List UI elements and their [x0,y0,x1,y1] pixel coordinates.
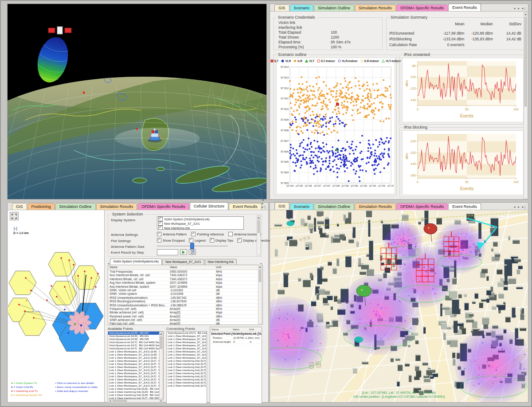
settings-scrollbar[interactable]: ▲ [257,215,261,255]
result-table-row[interactable]: iRSS Unwanted(summation) + iRSS Bloc...-… [108,304,262,307]
tab-simulation-outline[interactable]: Simulation Outline [314,4,354,11]
tab-event-results[interactable]: Event Results [448,4,481,11]
panel-scrollbar[interactable]: ▲ [524,12,528,199]
globe-3d-view[interactable] [7,4,267,200]
available-points-scrollbar[interactable]: ▲ [159,332,163,399]
checkbox[interactable] [158,226,163,230]
checkbox[interactable] [191,232,196,236]
available-point-item[interactable]: VictimSystemLink [VLR] : MS 035 [108,338,163,341]
connecting-point-item[interactable]: VictimSystemLink [VLT] : BS Cell #000 Se… [167,332,207,335]
result-table-row[interactable]: Interfered Bitrate, ref. cell7340,436372… [108,278,262,281]
connecting-point-item[interactable]: Link 1 (New Workspace_S7_JLK1) [ILT] : M… [167,350,207,353]
play-button[interactable] [180,249,187,255]
result-table[interactable]: NameValueUnitTrial Frequencies3450,00000… [108,265,263,325]
tab-cellular-structure[interactable]: Cellular Structure [190,202,229,210]
available-points-hscroll[interactable]: ◂▸ [108,399,164,403]
connecting-point-item[interactable]: Link 1 (New Workspace_S7_JLK1) [ILT] : M… [167,335,207,338]
city-3d-scene[interactable]: 공원논현로[Lon : 127.037481, Lat : 37.499724,… [270,210,528,402]
connecting-point-item[interactable]: Link 2 (New Interfering link) [ILT] : MS… [167,360,207,363]
result-tab-scroll-left[interactable]: ◂ [107,262,110,265]
available-point-item[interactable]: Link 1 (New Workspace_S7_JLK1) [ILT] : M… [108,384,163,387]
tab-simulation-results[interactable]: Simulation Results [355,4,396,11]
option-display-connections[interactable]: Display connections [237,238,273,243]
tab-event-results[interactable]: Event Results [448,203,481,210]
connecting-point-item[interactable]: Link 2 (New Interfering link) [ILT] : MS… [167,363,207,366]
result-table-row[interactable]: Bitrate achieved (ref. cell)Array[3]kbps [108,311,262,314]
available-point-item[interactable]: VictimSystemLink [VLT] : BS Cell #000 Se… [108,347,163,350]
tab-scenario[interactable]: Scenario [290,4,314,11]
available-point-item[interactable]: Link 2 (New Interfering link) [ILR] : BS… [108,394,163,397]
red-balloon-marker[interactable] [424,223,437,234]
display-system-item[interactable]: New Interfering link [157,226,243,230]
display-system-item[interactable]: New Workspace_S7_JLK1 [157,221,243,226]
connecting-point-item[interactable]: Link 1 (New Workspace_S7_JLK1) [ILT] : M… [167,341,207,344]
option-pointing-reference[interactable]: Pointing reference [191,232,224,236]
available-points-list[interactable]: VictimSystemLink [VLR] : MS 007VictimSys… [108,331,164,399]
available-point-item[interactable]: Link 1 (New Workspace_S7_JLK1) [ILT] : M… [108,369,163,372]
cell-plot-canvas[interactable]: D = 1.0 km ● = Victim System Tx● = Victi… [8,210,105,402]
checkbox[interactable] [157,238,161,243]
green-balloon-marker[interactable] [356,285,372,297]
connecting-point-item[interactable]: Link 1 (New Workspace_S7_JLK1) [ILT] : M… [167,344,207,347]
ground-point-marker[interactable] [136,128,138,130]
option-legend[interactable]: Legend [189,238,206,243]
available-point-item[interactable]: Link 1 (New Workspace_S7_JLK1) [ILR] : B… [108,350,163,353]
checkbox[interactable] [237,238,242,243]
checkbox[interactable] [189,238,193,243]
tab-simulation-results[interactable]: Simulation Results [355,203,396,210]
available-point-item[interactable]: Link 1 (New Workspace_S7_JLK1) [ILT] : M… [108,360,163,363]
slider-thumb[interactable] [190,243,194,249]
irss-unwanted-chart[interactable]: -80-100-120-140050100dBmEvents [402,58,524,122]
tab-scroll-arrows[interactable]: ◂ ▸ ▸| [514,7,528,10]
fit-view-button[interactable] [10,212,19,220]
available-point-item[interactable]: Link 1 (New Workspace_S7_JLK1) [ILT] : M… [108,375,163,378]
connecting-point-item[interactable]: Link 1 (New Workspace_S7_JLK1) [ILT] : M… [167,353,207,356]
result-table-row[interactable]: Path loss (ref. cell)Array[3]dB [108,322,262,325]
connecting-point-item[interactable]: Link 2 (New Interfering link) [ILT] : MS… [167,366,207,369]
result-tab-new-interfering-link[interactable]: New Interfering link [205,259,237,265]
connecting-point-item[interactable]: Link 2 (New Interfering link) [ILT] : MS… [167,372,207,375]
tab-gis[interactable]: GIS [274,202,289,210]
checkbox[interactable] [210,238,214,243]
tab-gis[interactable]: GIS [12,203,27,210]
available-point-item[interactable]: Link 1 (New Workspace_S7_JLK1) [ILR] : B… [108,356,163,360]
available-point-item[interactable]: Link 1 (New Workspace_S7_JLK1) [ILR] : B… [108,353,163,356]
connecting-point-item[interactable]: Link 2 (New Interfering link) [ILT] : MS… [167,378,207,381]
connecting-point-item[interactable]: Link 2 (New Interfering link) [ILT] : MS… [167,369,207,372]
available-point-item[interactable]: Link 1 (New Workspace_S7_JLK1) [ILT] : M… [108,372,163,375]
connecting-point-item[interactable]: Link 1 (New Workspace_S7_JLK1) [ILT] : M… [167,347,207,350]
available-point-item[interactable]: VictimSystemLink [VLT] : BS Cell #000 Se… [108,344,163,347]
ground-point-marker[interactable] [83,92,85,94]
teal-marker[interactable] [354,337,363,343]
available-point-item[interactable]: Link 1 (New Workspace_S7_JLK1) [ILT] : M… [108,363,163,366]
available-point-item[interactable]: Link 2 (New Interfering link) [ILR] : BS… [108,391,163,394]
selected-point-table[interactable]: NameValueUnitSelected Point (VictimSyste… [210,327,262,404]
connecting-point-item[interactable]: Link 2 (New Interfering link) [ILT] : MS… [167,381,207,384]
antenna-pattern-size-slider[interactable] [157,243,228,248]
result-tab-victim-system-victimsystemlink[interactable]: Victim System (VictimSystemLink) [110,258,162,265]
tab-simulation-results[interactable]: Simulation Results [96,203,137,210]
result-table-row[interactable]: SINR achieved (ref. cell)Array[3]dB [108,318,262,322]
result-table-row[interactable]: Frequency (ref. cell)Array[3]MHz [108,307,262,311]
tab-ofdma-specific-results[interactable]: OFDMA Specific Results [396,4,448,11]
tab-gis[interactable]: GIS [274,4,289,11]
scenario-outline-chart[interactable]: ILTVLRILRVLTILT-IndoorVLR-IndoorILR-Indo… [276,58,395,194]
result-tab-scroll-right[interactable]: ▸ [260,262,263,265]
tab-ofdma-specific-results[interactable]: OFDMA Specific Results [396,203,448,210]
tab-scenario[interactable]: Scenario [290,203,314,210]
irss-blocking-chart[interactable]: -100-120-140-160050100dBmEvents [402,130,524,195]
tab-scroll-arrows[interactable]: ◂ ▸ ▸| [514,205,528,209]
result-table-scrollbar[interactable]: ▲ [258,265,262,324]
available-point-item[interactable]: VictimSystemLink [VLR] : MS 041 [108,335,163,338]
tab-simulation-outline[interactable]: Simulation Outline [55,203,96,210]
available-point-item[interactable]: VictimSystemLink [VLR] : MS 007 [108,332,163,335]
connecting-points-list[interactable]: VictimSystemLink [VLT] : BS Cell #000 Se… [166,331,207,404]
available-point-item[interactable]: Link 1 (New Workspace_S7_JLK1) [ILT] : M… [108,381,163,384]
available-point-item[interactable]: Link 1 (New Workspace_S7_JLK1) [ILT] : M… [108,378,163,381]
available-point-item[interactable]: Link 1 (New Workspace_S7_JLK1) [ILT] : M… [108,366,163,369]
option-antenna-boresight[interactable]: Antenna boresight [228,232,261,236]
checkbox[interactable] [157,232,161,236]
event-step-input[interactable] [157,249,178,255]
tab-scroll-arrows[interactable]: ◂ ▸ ▸| [262,198,268,209]
result-table-row[interactable]: SINR, Victim ref cell-3,010302dB [108,289,262,292]
